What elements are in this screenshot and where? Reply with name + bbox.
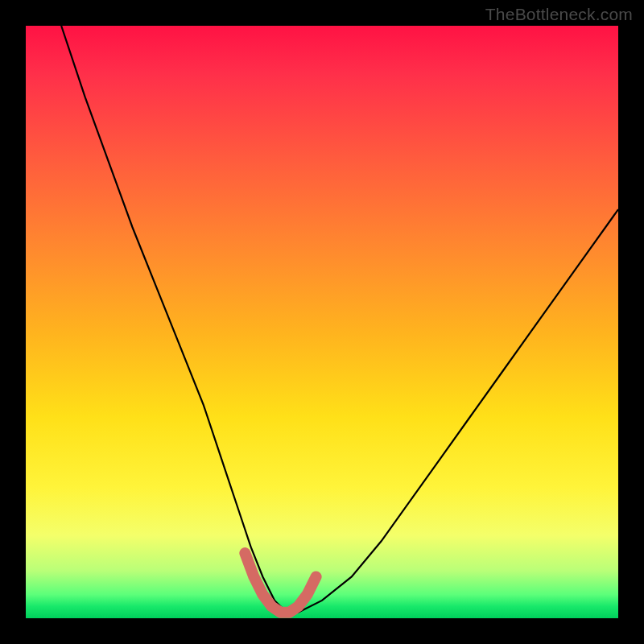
- curve-svg: [26, 26, 618, 618]
- sweet-spot-highlight: [245, 553, 316, 613]
- watermark-text: TheBottleneck.com: [485, 5, 633, 24]
- chart-stage: TheBottleneck.com: [0, 0, 644, 644]
- bottleneck-curve: [61, 26, 618, 613]
- plot-area: [26, 26, 618, 618]
